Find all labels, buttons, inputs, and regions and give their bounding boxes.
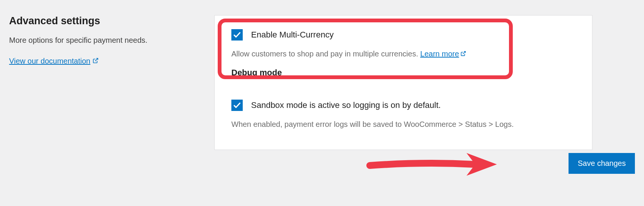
multi-currency-option: Enable Multi-Currency Allow customers to…	[215, 16, 592, 59]
multi-currency-checkbox[interactable]	[231, 29, 243, 41]
svg-line-0	[95, 58, 98, 61]
settings-sidebar: Advanced settings More options for speci…	[0, 15, 214, 150]
sandbox-option: Sandbox mode is active so logging is on …	[215, 86, 592, 150]
svg-line-1	[463, 52, 466, 54]
documentation-link[interactable]: View our documentation	[9, 57, 99, 66]
check-icon	[233, 101, 241, 109]
multi-currency-label: Enable Multi-Currency	[251, 30, 334, 40]
arrow-annotation	[366, 148, 503, 179]
settings-panel: Enable Multi-Currency Allow customers to…	[214, 15, 592, 150]
multi-currency-description: Allow customers to shop and pay in multi…	[231, 48, 575, 59]
save-changes-button[interactable]: Save changes	[569, 153, 635, 174]
external-link-icon	[460, 48, 466, 59]
documentation-link-label: View our documentation	[9, 57, 90, 66]
external-link-icon	[93, 57, 99, 66]
sandbox-label: Sandbox mode is active so logging is on …	[251, 100, 441, 110]
sandbox-checkbox[interactable]	[231, 100, 243, 111]
learn-more-link[interactable]: Learn more	[420, 48, 466, 59]
page-title: Advanced settings	[9, 15, 199, 27]
sandbox-description: When enabled, payment error logs will be…	[231, 119, 575, 130]
check-icon	[233, 31, 241, 39]
debug-mode-heading: Debug mode	[215, 68, 592, 78]
page-subtitle: More options for specific payment needs.	[9, 36, 199, 45]
